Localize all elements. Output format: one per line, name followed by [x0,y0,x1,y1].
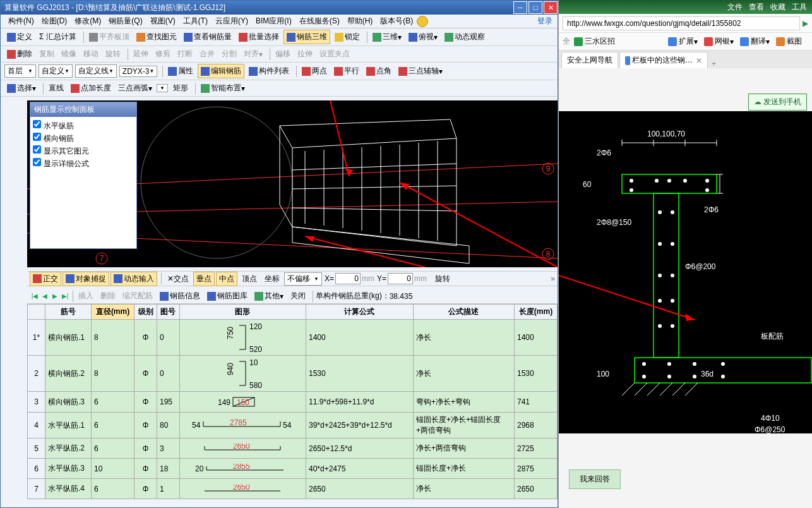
bookmark-screenshot[interactable]: 截图 [776,36,802,47]
parallel-button[interactable]: 平行 [331,64,362,78]
menu-cloud[interactable]: 云应用(Y) [212,15,252,28]
cell-shape[interactable]: 149150 [179,392,306,413]
cell-level[interactable]: Φ [134,356,157,392]
three-arc-button[interactable]: 三点画弧 ▾ [116,82,155,95]
cell-shape[interactable]: 58010940 [179,356,306,392]
nav-last[interactable]: ▶| [60,291,70,301]
x-input[interactable] [335,273,361,284]
url-input[interactable]: http://www.fwxgx.com/question/gjmq/detai… [563,16,800,30]
cell-level[interactable]: Φ [134,392,157,413]
move-button[interactable]: 移动 [81,47,101,61]
cell-pic[interactable]: 195 [157,392,180,413]
col-level[interactable]: 级别 [134,305,157,320]
cell-name[interactable]: 水平纵筋.3 [45,459,92,479]
extend-button[interactable]: 延伸 [131,47,151,61]
cell-length[interactable]: 2968 [514,413,557,438]
break-button[interactable]: 打断 [175,47,195,61]
cell-length[interactable]: 1400 [514,320,557,356]
bookmark-extensions[interactable]: 扩展 ▾ [668,36,698,47]
menu-view[interactable]: 视图(V) [146,15,179,28]
cell-shape[interactable]: 2650 [179,479,306,499]
custom-line-select[interactable]: 自定义线▼ [75,64,117,78]
checkbox[interactable] [33,133,41,141]
file-link[interactable]: 文件 [727,2,743,13]
cell-diameter[interactable]: 6 [92,479,134,499]
cell-pic[interactable]: 3 [157,438,180,459]
bookmark-translate[interactable]: 翻译 ▾ [740,36,770,47]
minimize-button[interactable]: ─ [513,1,527,14]
rotate-button[interactable]: 旋转 [432,272,453,286]
cell-desc[interactable]: 锚固长度+净长+锚固长度+两倍弯钩 [413,413,514,438]
other-button[interactable]: 其他 ▾ [252,289,286,303]
cell-formula[interactable]: 2650+12.5*d [306,438,413,459]
maximize-button[interactable]: □ [528,1,542,14]
scale-button[interactable]: 缩尺配筋 [120,289,155,303]
menu-modify[interactable]: 修改(M) [71,15,105,28]
vertex-toggle[interactable]: 顶点 [239,272,260,286]
steel-3d-button[interactable]: 钢筋三维 [284,30,330,44]
point-length-button[interactable]: 点加长度 [68,82,114,95]
mirror-button[interactable]: 镜像 [59,47,79,61]
view-steel-button[interactable]: 查看钢筋量 [181,30,234,44]
cell-shape[interactable]: 2650 [179,438,306,459]
rect-button[interactable]: 矩形 [170,82,191,95]
cell-pic[interactable]: 0 [157,320,180,356]
coord-toggle[interactable]: 坐标 [261,272,283,286]
cell-diameter[interactable]: 6 [92,392,134,413]
opt-show-other[interactable]: 显示其它图元 [33,145,134,157]
intersect-toggle[interactable]: ✕ 交点 [164,272,192,286]
login-button[interactable]: 登录 [537,16,552,27]
cell-diameter[interactable]: 6 [92,413,134,438]
cell-level[interactable]: Φ [134,438,157,459]
arc-select[interactable]: ▼ [157,84,168,92]
three-point-button[interactable]: 三点辅轴 ▾ [396,64,445,78]
dynamic-view-button[interactable]: 动态观察 [442,30,487,44]
two-point-button[interactable]: 两点 [299,64,330,78]
table-row[interactable]: 5 水平纵筋.2 6 Φ 3 2650 2650+12.5*d 净长+两倍弯钩 … [28,438,558,459]
merge-button[interactable]: 合并 [197,47,217,61]
cell-pic[interactable]: 0 [157,356,180,392]
cell-formula[interactable]: 1530 [306,356,413,392]
opt-vert-steel[interactable]: 横向钢筋 [33,132,134,145]
delete-button[interactable]: 删除 [4,47,35,61]
cell-desc[interactable]: 净长+两倍弯钩 [413,438,514,459]
cell-pic[interactable]: 80 [157,413,180,438]
cell-shape[interactable]: 54278554 [179,413,306,438]
cell-name[interactable]: 水平纵筋.4 [45,479,92,499]
cell-length[interactable]: 2725 [514,438,557,459]
cell-name[interactable]: 横向钢筋.1 [45,320,92,356]
cell-formula[interactable]: 39*d+2425+39*d+12.5*d [306,413,413,438]
browser-tab-nav[interactable]: 安全上网导航 [561,52,618,68]
sum-button[interactable]: Σ 汇总计算 [37,30,79,44]
point-angle-button[interactable]: 点角 [364,64,394,78]
smart-layout-button[interactable]: 智能布置 ▾ [198,82,248,95]
cell-pic[interactable]: 1 [157,479,180,499]
col-shape[interactable]: 图形 [179,305,306,320]
menu-component[interactable]: 构件(N) [4,15,38,28]
tab-close-icon[interactable]: ✕ [696,56,702,65]
select-button[interactable]: 选择 ▾ [4,82,39,95]
cell-name[interactable]: 横向钢筋.3 [45,392,92,413]
set-grip-button[interactable]: 设置夹点 [317,47,352,61]
col-pic[interactable]: 图号 [157,305,180,320]
table-row[interactable]: 7 水平纵筋.4 6 Φ 1 2650 2650 净长 2650 [28,479,558,499]
cell-diameter[interactable]: 10 [92,459,134,479]
cell-length[interactable]: 1530 [514,356,557,392]
answer-button[interactable]: 我来回答 [569,469,621,489]
tools-link[interactable]: 工具 [792,2,807,13]
menu-draw[interactable]: 绘图(D) [38,15,71,28]
opt-show-formula[interactable]: 显示详细公式 [33,157,134,170]
offset-mode-select[interactable]: 不偏移▼ [284,272,322,286]
props-button[interactable]: 属性 [165,64,196,78]
browser-content[interactable]: 100,100,70 2Φ6 60 2Φ6 2Φ8@150 Φ6@200 板配筋… [559,111,812,433]
browser-tab-question[interactable]: 栏板中的这些钢筋信息都指的是 ✕ [619,52,708,68]
nav-next[interactable]: ▶ [50,291,60,301]
edit-steel-button[interactable]: 编辑钢筋 [198,64,244,78]
cell-desc[interactable]: 弯钩+净长+弯钩 [413,392,514,413]
cell-name[interactable]: 横向钢筋.2 [45,356,92,392]
line-button[interactable]: 直线 [46,82,66,95]
cell-desc[interactable]: 锚固长度+净长 [413,459,514,479]
col-formula[interactable]: 计算公式 [306,305,413,320]
cell-formula[interactable]: 2650 [306,479,413,499]
rebar-info-button[interactable]: 钢筋信息 [157,289,203,303]
